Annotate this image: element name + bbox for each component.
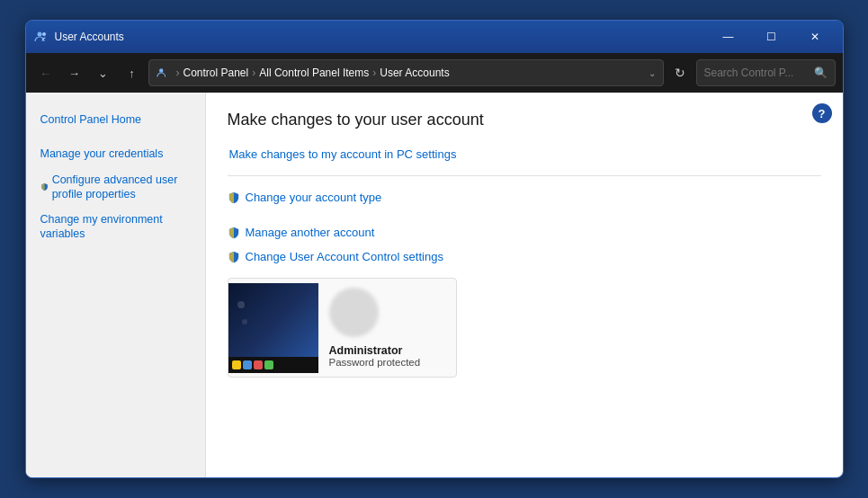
- path-separator-3: ›: [372, 67, 376, 79]
- forward-button[interactable]: →: [62, 60, 87, 85]
- account-avatar-blurred: [329, 288, 379, 337]
- path-item-1[interactable]: Control Panel: [183, 67, 249, 79]
- main-panel: ? Make changes to your user account Make…: [206, 93, 843, 477]
- sidebar-item-change-env-vars[interactable]: Change my environment variables: [26, 207, 205, 247]
- window-title: User Accounts: [55, 31, 708, 43]
- desktop-dot-2: [242, 319, 247, 325]
- address-path: › Control Panel › All Control Panel Item…: [148, 59, 664, 86]
- taskbar-icon-4: [264, 360, 273, 369]
- taskbar-icon-2: [243, 360, 252, 369]
- sidebar-item-manage-credentials[interactable]: Manage your credentials: [26, 141, 205, 166]
- minimize-button[interactable]: —: [708, 23, 749, 50]
- svg-point-0: [37, 32, 41, 37]
- window-icon: [33, 29, 49, 45]
- account-name: Administrator: [329, 344, 421, 357]
- search-input[interactable]: [704, 67, 814, 79]
- avatar-desktop-bg: [228, 283, 318, 373]
- change-account-type-link[interactable]: Change your account type: [228, 191, 821, 204]
- path-separator-2: ›: [252, 67, 255, 79]
- title-bar: User Accounts — ☐ ✕: [26, 21, 843, 53]
- content-area: Control Panel Home Manage your credentia…: [26, 93, 843, 477]
- help-button[interactable]: ?: [812, 103, 832, 123]
- search-box: 🔍: [696, 59, 836, 86]
- close-button[interactable]: ✕: [794, 23, 836, 50]
- back-button[interactable]: ←: [33, 60, 58, 85]
- shield-icon-uac: [228, 251, 240, 263]
- path-root-icon: [157, 67, 169, 79]
- refresh-button[interactable]: ↻: [667, 60, 693, 85]
- manage-another-account-link[interactable]: Manage another account: [228, 226, 821, 239]
- pc-settings-link[interactable]: Make changes to my account in PC setting…: [228, 147, 821, 161]
- desktop-dot-1: [237, 301, 245, 308]
- sidebar-item-control-panel-home[interactable]: Control Panel Home: [26, 107, 205, 132]
- path-separator-1: ›: [176, 67, 180, 79]
- shield-icon-account-type: [228, 191, 240, 204]
- page-title: Make changes to your user account: [228, 111, 821, 129]
- up-button[interactable]: ↑: [120, 60, 145, 85]
- account-type: Password protected: [329, 357, 421, 368]
- shield-icon-manage-another: [228, 227, 240, 239]
- recent-locations-button[interactable]: ⌄: [91, 60, 116, 85]
- path-dropdown-arrow[interactable]: ⌄: [649, 68, 656, 78]
- sidebar-item-configure-advanced[interactable]: Configure advanced user profile properti…: [26, 167, 205, 208]
- taskbar-icon-3: [254, 360, 263, 369]
- sidebar: Control Panel Home Manage your credentia…: [26, 93, 206, 477]
- svg-point-1: [42, 32, 46, 36]
- address-bar: ← → ⌄ ↑ › Control Panel › All Control Pa…: [26, 53, 843, 93]
- search-icon: 🔍: [814, 67, 828, 79]
- divider-1: [228, 175, 821, 176]
- path-item-3[interactable]: User Accounts: [380, 67, 449, 79]
- account-card[interactable]: Administrator Password protected: [228, 278, 457, 378]
- account-info: Administrator Password protected: [318, 279, 432, 377]
- window-controls: — ☐ ✕: [708, 23, 836, 50]
- path-item-2[interactable]: All Control Panel Items: [259, 67, 369, 79]
- window: User Accounts — ☐ ✕ ← → ⌄ ↑ › Control Pa…: [25, 20, 844, 478]
- shield-icon-configure: [40, 181, 49, 193]
- change-uac-settings-link[interactable]: Change User Account Control settings: [228, 250, 821, 263]
- spacer-1: [228, 215, 821, 226]
- taskbar-icon-1: [232, 360, 241, 369]
- avatar: [228, 283, 318, 373]
- maximize-button[interactable]: ☐: [751, 23, 792, 50]
- svg-point-2: [159, 68, 163, 72]
